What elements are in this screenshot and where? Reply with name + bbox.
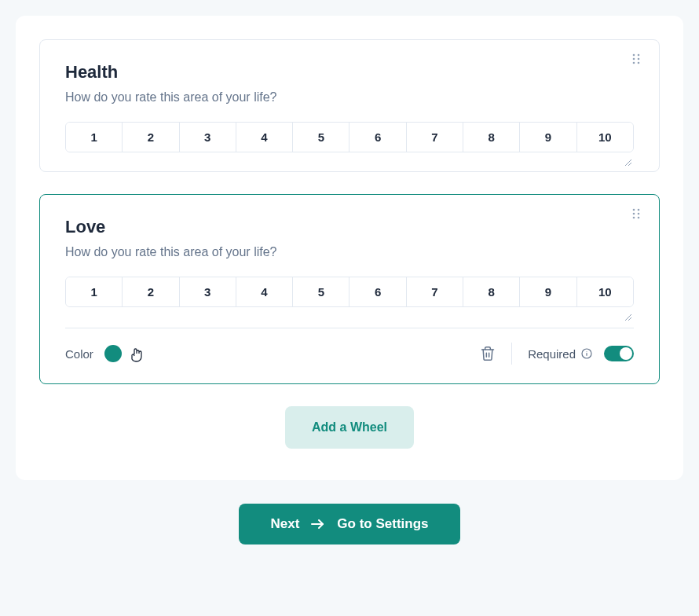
rating-scale: 1 2 3 4 5 6 7 8 9 10	[65, 277, 634, 307]
scale-cell[interactable]: 5	[293, 123, 350, 152]
svg-point-10	[633, 217, 635, 219]
field-card-love[interactable]: Love How do you rate this area of your l…	[39, 194, 660, 384]
field-footer: Color Required	[65, 328, 634, 365]
svg-point-7	[638, 209, 640, 211]
cursor-hand-icon	[130, 347, 144, 368]
scale-cell[interactable]: 6	[350, 123, 406, 152]
scale-cell[interactable]: 2	[123, 277, 179, 306]
field-subtitle[interactable]: How do you rate this area of your life?	[65, 90, 634, 104]
canvas-card: Health How do you rate this area of your…	[16, 16, 683, 480]
scale-cell[interactable]: 1	[66, 123, 123, 152]
field-card-health[interactable]: Health How do you rate this area of your…	[39, 39, 660, 172]
required-text: Required	[528, 347, 576, 361]
scale-cell[interactable]: 5	[293, 277, 350, 306]
svg-point-8	[633, 213, 635, 215]
resize-handle-icon[interactable]	[624, 313, 632, 324]
scale-cell[interactable]: 1	[66, 277, 123, 306]
add-wheel-button[interactable]: Add a Wheel	[285, 406, 414, 449]
color-swatch[interactable]	[104, 345, 122, 362]
scale-cell[interactable]: 10	[577, 277, 633, 306]
arrow-right-icon	[310, 518, 326, 530]
next-button[interactable]: Next Go to Settings	[239, 504, 459, 544]
svg-point-1	[638, 54, 640, 57]
scale-cell[interactable]: 4	[236, 277, 293, 306]
scale-cell[interactable]: 3	[180, 277, 236, 306]
field-title[interactable]: Love	[65, 217, 634, 237]
scale-cell[interactable]: 4	[236, 123, 293, 152]
drag-handle-icon[interactable]	[631, 53, 643, 65]
required-label: Required	[528, 347, 593, 361]
scale-cell[interactable]: 3	[180, 123, 236, 152]
scale-cell[interactable]: 9	[520, 277, 576, 306]
delete-icon[interactable]	[480, 346, 496, 361]
field-title[interactable]: Health	[65, 62, 634, 82]
svg-point-6	[633, 209, 635, 211]
color-label: Color	[65, 347, 93, 361]
scale-cell[interactable]: 9	[520, 123, 576, 152]
scale-cell[interactable]: 7	[407, 277, 463, 306]
svg-point-3	[638, 58, 640, 60]
scale-cell[interactable]: 2	[123, 123, 179, 152]
rating-scale: 1 2 3 4 5 6 7 8 9 10	[65, 122, 634, 152]
next-button-left: Next	[270, 516, 299, 532]
next-bar: Next Go to Settings	[16, 504, 683, 544]
info-icon[interactable]	[580, 347, 593, 360]
field-subtitle[interactable]: How do you rate this area of your life?	[65, 245, 634, 259]
svg-point-2	[633, 58, 635, 60]
divider	[511, 343, 512, 365]
add-wheel-wrap: Add a Wheel	[39, 406, 660, 449]
scale-cell[interactable]: 8	[463, 277, 520, 306]
svg-point-4	[633, 62, 635, 64]
scale-cell[interactable]: 6	[350, 277, 406, 306]
svg-point-0	[633, 54, 635, 57]
drag-handle-icon[interactable]	[631, 207, 643, 220]
svg-point-9	[638, 213, 640, 215]
resize-handle-icon[interactable]	[624, 158, 632, 169]
scale-cell[interactable]: 8	[463, 123, 520, 152]
next-button-right: Go to Settings	[337, 516, 428, 532]
svg-point-5	[638, 62, 640, 64]
scale-cell[interactable]: 10	[577, 123, 633, 152]
svg-point-11	[638, 217, 640, 219]
scale-cell[interactable]: 7	[407, 123, 463, 152]
required-toggle[interactable]	[604, 346, 634, 361]
